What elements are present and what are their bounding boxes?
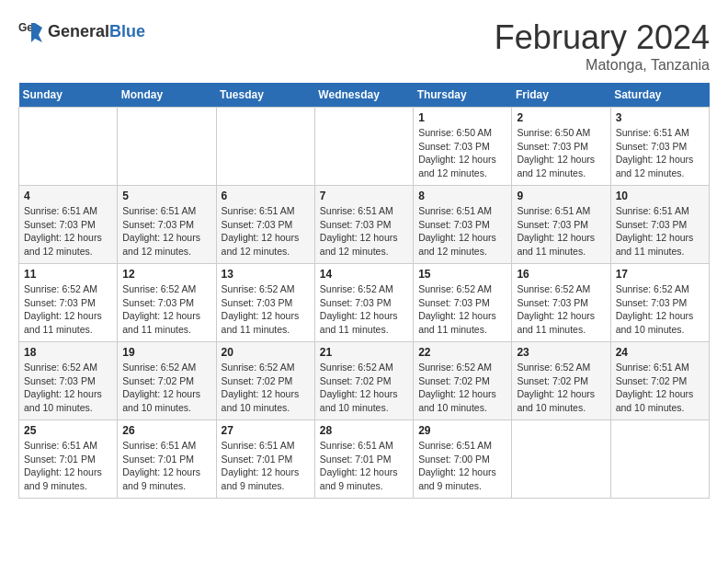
calendar-body: 1Sunrise: 6:50 AM Sunset: 7:03 PM Daylig… [19, 108, 710, 499]
calendar-cell: 17Sunrise: 6:52 AM Sunset: 7:03 PM Dayli… [610, 264, 709, 342]
calendar-cell: 13Sunrise: 6:52 AM Sunset: 7:03 PM Dayli… [216, 264, 314, 342]
day-number: 3 [616, 111, 704, 124]
calendar-cell: 24Sunrise: 6:51 AM Sunset: 7:02 PM Dayli… [610, 342, 709, 420]
day-info: Sunrise: 6:50 AM Sunset: 7:03 PM Dayligh… [517, 126, 605, 180]
day-number: 6 [222, 190, 310, 202]
day-info: Sunrise: 6:51 AM Sunset: 7:01 PM Dayligh… [122, 439, 210, 493]
weekday-header-cell: Monday [118, 83, 216, 108]
calendar-cell: 19Sunrise: 6:52 AM Sunset: 7:02 PM Dayli… [118, 342, 216, 420]
day-number: 4 [24, 190, 112, 202]
calendar-week-row: 18Sunrise: 6:52 AM Sunset: 7:03 PM Dayli… [19, 342, 710, 420]
day-info: Sunrise: 6:51 AM Sunset: 7:01 PM Dayligh… [24, 439, 112, 493]
day-number: 11 [24, 268, 112, 281]
day-info: Sunrise: 6:52 AM Sunset: 7:02 PM Dayligh… [320, 361, 408, 415]
day-info: Sunrise: 6:51 AM Sunset: 7:01 PM Dayligh… [320, 439, 408, 493]
weekday-header-row: SundayMondayTuesdayWednesdayThursdayFrid… [19, 83, 710, 108]
weekday-header-cell: Friday [512, 83, 610, 108]
day-info: Sunrise: 6:51 AM Sunset: 7:03 PM Dayligh… [320, 204, 408, 259]
day-info: Sunrise: 6:52 AM Sunset: 7:03 PM Dayligh… [418, 282, 506, 337]
day-number: 27 [222, 424, 310, 437]
calendar-cell: 28Sunrise: 6:51 AM Sunset: 7:01 PM Dayli… [314, 420, 413, 499]
day-number: 9 [517, 190, 605, 202]
calendar-table: SundayMondayTuesdayWednesdayThursdayFrid… [18, 83, 710, 499]
day-number: 24 [616, 346, 704, 359]
day-number: 15 [418, 268, 506, 281]
calendar-cell [314, 108, 413, 186]
logo-text-blue: Blue [109, 22, 145, 40]
location-title: Matonga, Tanzania [495, 57, 710, 74]
calendar-cell: 26Sunrise: 6:51 AM Sunset: 7:01 PM Dayli… [118, 420, 216, 499]
calendar-cell: 6Sunrise: 6:51 AM Sunset: 7:03 PM Daylig… [216, 186, 314, 264]
calendar-week-row: 4Sunrise: 6:51 AM Sunset: 7:03 PM Daylig… [19, 186, 710, 264]
calendar-cell: 1Sunrise: 6:50 AM Sunset: 7:03 PM Daylig… [414, 108, 512, 186]
day-info: Sunrise: 6:52 AM Sunset: 7:03 PM Dayligh… [517, 282, 605, 337]
day-number: 1 [418, 111, 506, 124]
day-number: 16 [517, 268, 605, 281]
day-info: Sunrise: 6:50 AM Sunset: 7:03 PM Dayligh… [418, 126, 506, 180]
day-number: 7 [320, 190, 408, 202]
day-info: Sunrise: 6:52 AM Sunset: 7:02 PM Dayligh… [418, 361, 506, 415]
weekday-header-cell: Wednesday [314, 83, 413, 108]
calendar-cell: 15Sunrise: 6:52 AM Sunset: 7:03 PM Dayli… [414, 264, 512, 342]
day-number: 2 [517, 111, 605, 124]
day-number: 23 [517, 346, 605, 359]
day-info: Sunrise: 6:52 AM Sunset: 7:02 PM Dayligh… [122, 361, 210, 415]
day-info: Sunrise: 6:52 AM Sunset: 7:02 PM Dayligh… [222, 361, 310, 415]
day-info: Sunrise: 6:51 AM Sunset: 7:03 PM Dayligh… [418, 204, 506, 259]
calendar-cell: 23Sunrise: 6:52 AM Sunset: 7:02 PM Dayli… [512, 342, 610, 420]
calendar-cell: 21Sunrise: 6:52 AM Sunset: 7:02 PM Dayli… [314, 342, 413, 420]
day-number: 26 [122, 424, 210, 437]
calendar-cell: 22Sunrise: 6:52 AM Sunset: 7:02 PM Dayli… [414, 342, 512, 420]
calendar-cell: 5Sunrise: 6:51 AM Sunset: 7:03 PM Daylig… [118, 186, 216, 264]
weekday-header-cell: Sunday [19, 83, 118, 108]
day-number: 18 [24, 346, 112, 359]
day-info: Sunrise: 6:52 AM Sunset: 7:03 PM Dayligh… [122, 282, 210, 337]
calendar-cell [216, 108, 314, 186]
day-info: Sunrise: 6:51 AM Sunset: 7:03 PM Dayligh… [616, 126, 704, 180]
day-number: 14 [320, 268, 408, 281]
calendar-cell: 10Sunrise: 6:51 AM Sunset: 7:03 PM Dayli… [610, 186, 709, 264]
month-title: February 2024 [495, 18, 710, 57]
day-number: 12 [122, 268, 210, 281]
calendar-cell: 18Sunrise: 6:52 AM Sunset: 7:03 PM Dayli… [19, 342, 118, 420]
calendar-cell: 2Sunrise: 6:50 AM Sunset: 7:03 PM Daylig… [512, 108, 610, 186]
weekday-header-cell: Tuesday [216, 83, 314, 108]
day-number: 29 [418, 424, 506, 437]
day-number: 21 [320, 346, 408, 359]
day-info: Sunrise: 6:51 AM Sunset: 7:03 PM Dayligh… [616, 204, 704, 259]
day-info: Sunrise: 6:52 AM Sunset: 7:02 PM Dayligh… [517, 361, 605, 415]
calendar-cell: 16Sunrise: 6:52 AM Sunset: 7:03 PM Dayli… [512, 264, 610, 342]
calendar-cell [118, 108, 216, 186]
day-info: Sunrise: 6:51 AM Sunset: 7:03 PM Dayligh… [24, 204, 112, 259]
day-number: 19 [122, 346, 210, 359]
calendar-week-row: 1Sunrise: 6:50 AM Sunset: 7:03 PM Daylig… [19, 108, 710, 186]
weekday-header-cell: Saturday [610, 83, 709, 108]
calendar-cell: 14Sunrise: 6:52 AM Sunset: 7:03 PM Dayli… [314, 264, 413, 342]
day-info: Sunrise: 6:52 AM Sunset: 7:03 PM Dayligh… [616, 282, 704, 337]
calendar-cell [610, 420, 709, 499]
day-number: 17 [616, 268, 704, 281]
day-info: Sunrise: 6:51 AM Sunset: 7:03 PM Dayligh… [517, 204, 605, 259]
title-area: February 2024 Matonga, Tanzania [495, 18, 710, 74]
day-number: 20 [222, 346, 310, 359]
calendar-cell [512, 420, 610, 499]
day-info: Sunrise: 6:51 AM Sunset: 7:01 PM Dayligh… [222, 439, 310, 493]
day-number: 5 [122, 190, 210, 202]
logo: Gen GeneralBlue [18, 18, 145, 44]
day-number: 22 [418, 346, 506, 359]
calendar-cell: 7Sunrise: 6:51 AM Sunset: 7:03 PM Daylig… [314, 186, 413, 264]
calendar-cell: 25Sunrise: 6:51 AM Sunset: 7:01 PM Dayli… [19, 420, 118, 499]
calendar-cell: 27Sunrise: 6:51 AM Sunset: 7:01 PM Dayli… [216, 420, 314, 499]
logo-text-general: General [48, 22, 109, 40]
calendar-cell [19, 108, 118, 186]
logo-icon: Gen [18, 18, 44, 44]
calendar-cell: 4Sunrise: 6:51 AM Sunset: 7:03 PM Daylig… [19, 186, 118, 264]
calendar-cell: 20Sunrise: 6:52 AM Sunset: 7:02 PM Dayli… [216, 342, 314, 420]
day-number: 8 [418, 190, 506, 202]
calendar-week-row: 11Sunrise: 6:52 AM Sunset: 7:03 PM Dayli… [19, 264, 710, 342]
day-info: Sunrise: 6:52 AM Sunset: 7:03 PM Dayligh… [222, 282, 310, 337]
page-header: Gen GeneralBlue February 2024 Matonga, T… [18, 18, 710, 74]
day-info: Sunrise: 6:52 AM Sunset: 7:03 PM Dayligh… [320, 282, 408, 337]
day-info: Sunrise: 6:51 AM Sunset: 7:02 PM Dayligh… [616, 361, 704, 415]
day-info: Sunrise: 6:52 AM Sunset: 7:03 PM Dayligh… [24, 361, 112, 415]
